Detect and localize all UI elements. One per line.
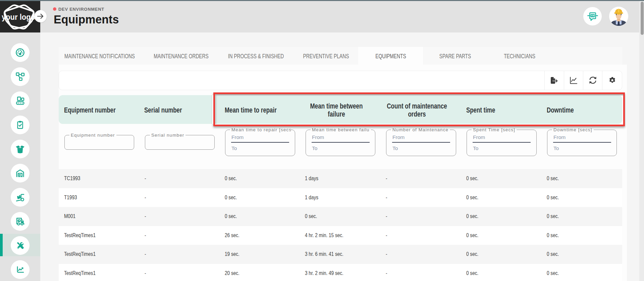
- svg-text:your logo: your logo: [2, 12, 35, 21]
